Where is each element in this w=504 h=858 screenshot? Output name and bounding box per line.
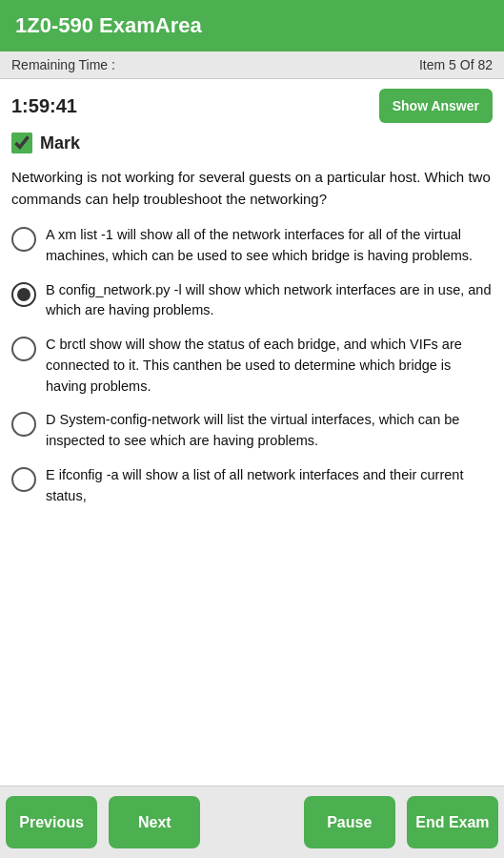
option-row[interactable]: E ifconfig -a will show a list of all ne… <box>11 465 493 507</box>
option-radio-a[interactable] <box>11 227 36 252</box>
option-text-a: A xm list -1 will show all of the networ… <box>46 225 493 267</box>
option-row[interactable]: B config_network.py -l will show which n… <box>11 280 493 322</box>
option-radio-e[interactable] <box>11 467 36 492</box>
option-text-c: C brctl show will show the status of eac… <box>46 335 493 397</box>
options-list: A xm list -1 will show all of the networ… <box>11 225 493 506</box>
option-row[interactable]: C brctl show will show the status of eac… <box>11 335 493 397</box>
mark-checkbox[interactable] <box>11 133 32 153</box>
option-text-b: B config_network.py -l will show which n… <box>46 280 493 322</box>
timer-display: 1:59:41 <box>11 95 77 117</box>
option-text-d: D System-config-network will list the vi… <box>46 410 493 452</box>
mark-row: Mark <box>11 133 493 153</box>
app-header: 1Z0-590 ExamArea <box>0 0 504 51</box>
show-answer-button[interactable]: Show Answer <box>379 89 493 123</box>
option-text-e: E ifconfig -a will show a list of all ne… <box>46 465 493 507</box>
footer-nav: Previous Next Pause End Exam <box>0 786 504 858</box>
app-title: 1Z0-590 ExamArea <box>15 13 202 37</box>
next-button[interactable]: Next <box>109 796 200 848</box>
previous-button[interactable]: Previous <box>6 796 97 848</box>
option-radio-b[interactable] <box>11 282 36 307</box>
option-row[interactable]: D System-config-network will list the vi… <box>11 410 493 452</box>
mark-label[interactable]: Mark <box>40 133 80 153</box>
option-radio-d[interactable] <box>11 412 36 437</box>
question-text: Networking is not working for several gu… <box>11 167 493 210</box>
meta-bar: Remaining Time : Item 5 Of 82 <box>0 51 504 79</box>
end-exam-button[interactable]: End Exam <box>407 796 498 848</box>
remaining-time-label: Remaining Time : <box>11 57 115 72</box>
option-row[interactable]: A xm list -1 will show all of the networ… <box>11 225 493 267</box>
item-count-label: Item 5 Of 82 <box>419 57 493 72</box>
content-area: 1:59:41 Show Answer Mark Networking is n… <box>0 79 504 786</box>
timer-row: 1:59:41 Show Answer <box>11 89 493 123</box>
option-radio-c[interactable] <box>11 337 36 361</box>
pause-button[interactable]: Pause <box>304 796 395 848</box>
